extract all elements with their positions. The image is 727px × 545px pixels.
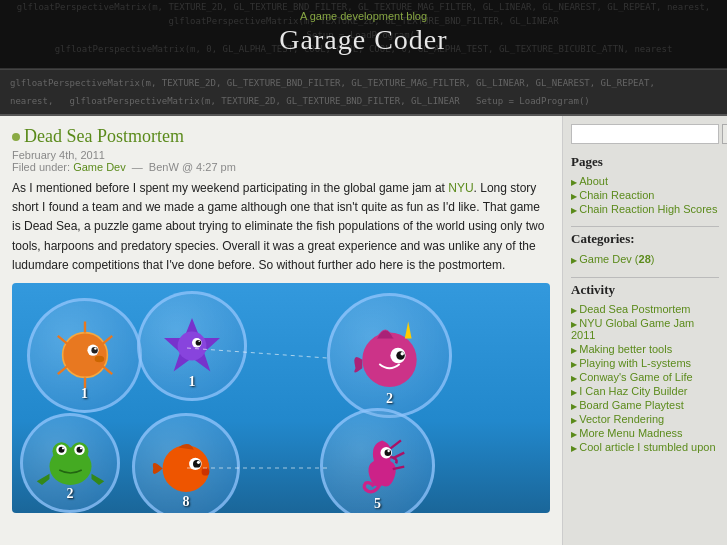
content-wrap: Dead Sea Postmortem February 4th, 2011 F… <box>0 116 727 545</box>
fish-bubble-5: 8 <box>132 413 240 513</box>
activity-link-9[interactable]: More Menu Madness <box>571 426 719 440</box>
svg-point-16 <box>198 340 200 342</box>
sidebar-divider-1 <box>571 226 719 227</box>
post-body: As I mentioned before I spent my weekend… <box>12 179 550 275</box>
nyu-link[interactable]: NYU <box>448 181 473 195</box>
svg-marker-18 <box>405 321 412 338</box>
category-gamedev[interactable]: Game Dev (28) <box>571 252 654 266</box>
search-button[interactable]: Search <box>722 124 727 144</box>
sidebar: Search Pages About Chain Reaction Chain … <box>562 116 727 545</box>
post-date: February 4th, 2011 <box>12 149 105 161</box>
filed-under-label: Filed under: <box>12 161 70 173</box>
activity-link-8[interactable]: Vector Rendering <box>571 412 719 426</box>
activity-link-5[interactable]: Conway's Game of Life <box>571 370 719 384</box>
search-input[interactable] <box>571 124 719 144</box>
post-time: 4:27 pm <box>196 161 236 173</box>
post-marker <box>12 133 20 141</box>
search-form: Search <box>571 124 719 144</box>
svg-line-7 <box>57 336 67 344</box>
activity-link-3[interactable]: Making better tools <box>571 342 719 356</box>
bubble-number-5: 8 <box>183 494 190 510</box>
activity-link-1[interactable]: Dead Sea Postmortem <box>571 302 719 316</box>
activity-link-7[interactable]: Board Game Playtest <box>571 398 719 412</box>
blog-post: Dead Sea Postmortem February 4th, 2011 F… <box>12 126 550 513</box>
fish-svg-6 <box>337 424 419 506</box>
svg-point-20 <box>396 351 405 360</box>
activity-link-2[interactable]: NYU Global Game Jam 2011 <box>571 316 719 342</box>
svg-point-33 <box>193 460 201 468</box>
fish-bubble-3: 2 <box>327 293 452 418</box>
fish-svg-1 <box>45 315 125 395</box>
svg-point-21 <box>401 352 404 355</box>
page-link-chain-reaction[interactable]: Chain Reaction <box>571 188 719 202</box>
fish-bubble-6: 5 <box>320 408 435 513</box>
nav-code: glfloatPerspectiveMatrix(m, TEXTURE_2D, … <box>10 74 717 110</box>
fish-svg-3 <box>347 313 432 398</box>
activity-section: Activity Dead Sea Postmortem NYU Global … <box>571 282 719 454</box>
post-title[interactable]: Dead Sea Postmortem <box>24 126 184 147</box>
svg-point-34 <box>197 461 200 464</box>
sidebar-divider-2 <box>571 277 719 278</box>
category-link-gamedev[interactable]: Game Dev (28) <box>571 252 654 266</box>
main-content: Dead Sea Postmortem February 4th, 2011 F… <box>0 116 562 545</box>
svg-point-38 <box>387 450 389 452</box>
fish-bubble-4: 2 <box>20 413 120 513</box>
bubble-number-6: 5 <box>374 496 381 512</box>
svg-point-15 <box>196 340 202 346</box>
meta-separator: — <box>132 161 143 173</box>
page-link-chain-reaction-scores[interactable]: Chain Reaction High Scores <box>571 202 719 216</box>
svg-point-35 <box>202 468 210 476</box>
bubble-number-3: 2 <box>386 391 393 407</box>
activity-title: Activity <box>571 282 719 298</box>
svg-point-17 <box>362 332 416 386</box>
svg-line-4 <box>102 367 112 375</box>
category-count: 28 <box>639 253 651 265</box>
fish-bubble-1: 1 <box>27 298 142 413</box>
activity-link-6[interactable]: I Can Haz City Builder <box>571 384 719 398</box>
navbar: glfloatPerspectiveMatrix(m, TEXTURE_2D, … <box>0 69 727 116</box>
pages-title: Pages <box>571 154 719 170</box>
svg-line-6 <box>57 367 67 375</box>
svg-line-3 <box>102 336 112 344</box>
categories-title: Categories: <box>571 231 719 247</box>
game-screenshot: 1 1 <box>12 283 550 513</box>
svg-point-31 <box>163 445 210 492</box>
bubble-number-2: 1 <box>189 374 196 390</box>
activity-link-4[interactable]: Playing with L-systems <box>571 356 719 370</box>
site-header: glfloatPerspectiveMatrix(m, TEXTURE_2D, … <box>0 0 727 69</box>
fish-bubble-2: 1 <box>137 291 247 401</box>
page-link-about[interactable]: About <box>571 174 719 188</box>
post-category[interactable]: Game Dev <box>73 161 126 173</box>
site-tagline: A game development blog <box>0 10 727 22</box>
svg-point-10 <box>94 348 96 350</box>
svg-point-30 <box>79 448 81 450</box>
bubble-number-1: 1 <box>81 386 88 402</box>
bubble-number-4: 2 <box>67 486 74 502</box>
svg-point-11 <box>94 356 104 362</box>
post-author: BenW <box>149 161 179 173</box>
pages-section: Pages About Chain Reaction Chain Reactio… <box>571 154 719 216</box>
post-meta: February 4th, 2011 Filed under: Game Dev… <box>12 149 550 173</box>
svg-point-13 <box>178 332 207 361</box>
svg-point-27 <box>61 448 63 450</box>
categories-section: Categories: Game Dev (28) <box>571 231 719 267</box>
activity-link-10[interactable]: Cool article I stumbled upon <box>571 440 719 454</box>
site-title: Garage Coder <box>0 24 727 56</box>
